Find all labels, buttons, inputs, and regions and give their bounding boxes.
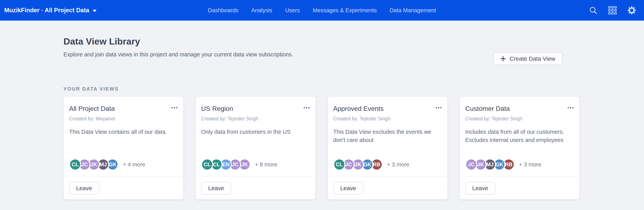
data-view-card-approved-events: Approved Events Created by: Tejinder Sin…	[328, 96, 448, 200]
card-created-by: Created by: Tejinder Singh	[465, 116, 574, 122]
nav-analysis[interactable]: Analysis	[251, 7, 272, 14]
card-header: All Project Data	[69, 105, 177, 112]
top-navigation-bar: MuzikFinder · All Project Data Dashboard…	[0, 0, 644, 21]
data-view-card-all-project-data: All Project Data Created by: Mixpanel Th…	[64, 96, 184, 200]
search-icon[interactable]	[589, 6, 598, 15]
member-avatar-row: CL CL EN JC JK + 8 more	[201, 159, 309, 171]
avatar: CL	[201, 159, 213, 171]
card-description: This Data View contains all of our data.	[69, 128, 177, 136]
card-title: Customer Data	[465, 105, 510, 112]
avatar: JC	[465, 159, 477, 171]
card-title: Approved Events	[333, 105, 384, 112]
card-footer: Leave	[69, 177, 177, 195]
more-members-label: + 8 more	[255, 161, 277, 168]
create-data-view-button[interactable]: Create Data View	[494, 52, 562, 65]
card-footer: Leave	[465, 177, 574, 195]
more-members-label: + 3 more	[519, 161, 542, 168]
apps-grid-icon[interactable]	[608, 6, 617, 14]
member-avatar-row: CL JC JK GK RB + 3 more	[333, 159, 442, 171]
card-overflow-menu-icon[interactable]	[304, 105, 310, 108]
card-footer: Leave	[201, 177, 309, 195]
card-footer: Leave	[333, 177, 442, 195]
chevron-down-icon	[93, 10, 96, 12]
leave-button[interactable]: Leave	[333, 182, 363, 195]
card-description: Only data from customers in the US	[201, 128, 309, 136]
plus-icon	[500, 56, 506, 61]
leave-button[interactable]: Leave	[465, 182, 495, 195]
card-header: Customer Data	[465, 105, 574, 112]
nav-messages-experiments[interactable]: Messages & Experiments	[313, 7, 377, 14]
settings-gear-icon[interactable]	[627, 6, 636, 15]
nav-users[interactable]: Users	[285, 7, 300, 14]
card-created-by: Created by: Mixpanel	[69, 116, 177, 122]
data-view-card-customer-data: Customer Data Created by: Tejinder Singh…	[460, 96, 580, 200]
card-description: This Data View excludes the events we do…	[333, 128, 442, 144]
section-label-your-data-views: YOUR DATA VIEWS	[64, 86, 580, 92]
project-switcher[interactable]: MuzikFinder · All Project Data	[4, 7, 96, 14]
data-view-card-grid: All Project Data Created by: Mixpanel Th…	[64, 96, 580, 200]
card-title: All Project Data	[69, 105, 115, 112]
card-created-by: Created by: Tejinder Singh	[333, 116, 442, 122]
page-title: Data View Library	[64, 21, 580, 47]
create-data-view-label: Create Data View	[510, 55, 555, 62]
card-created-by: Created by: Tejinder Singh	[201, 116, 309, 122]
nav-data-management[interactable]: Data Management	[390, 7, 436, 14]
card-title: US Region	[201, 105, 233, 112]
more-members-label: + 3 more	[387, 161, 410, 168]
leave-button[interactable]: Leave	[201, 182, 231, 195]
card-header: US Region	[201, 105, 309, 112]
data-view-library-page: Data View Library Explore and join data …	[64, 21, 580, 200]
card-header: Approved Events	[333, 105, 442, 112]
nav-dashboards[interactable]: Dashboards	[208, 7, 238, 14]
project-switcher-label: MuzikFinder · All Project Data	[4, 7, 89, 14]
card-description: Includes data from all of our customers.…	[465, 128, 574, 144]
topbar-icon-group	[589, 6, 636, 15]
member-avatar-row: CL JC JK MJ GK + 4 more	[69, 159, 177, 171]
data-view-card-us-region: US Region Created by: Tejinder Singh Onl…	[196, 96, 316, 200]
avatar: CL	[333, 159, 345, 171]
main-nav: Dashboards Analysis Users Messages & Exp…	[208, 7, 436, 14]
avatar: CL	[69, 159, 81, 171]
card-overflow-menu-icon[interactable]	[568, 105, 574, 108]
card-overflow-menu-icon[interactable]	[172, 105, 177, 108]
member-avatar-row: JC JK MJ GK RB + 3 more	[465, 159, 574, 171]
leave-button[interactable]: Leave	[69, 182, 99, 195]
more-members-label: + 4 more	[123, 161, 145, 168]
card-overflow-menu-icon[interactable]	[436, 105, 442, 108]
